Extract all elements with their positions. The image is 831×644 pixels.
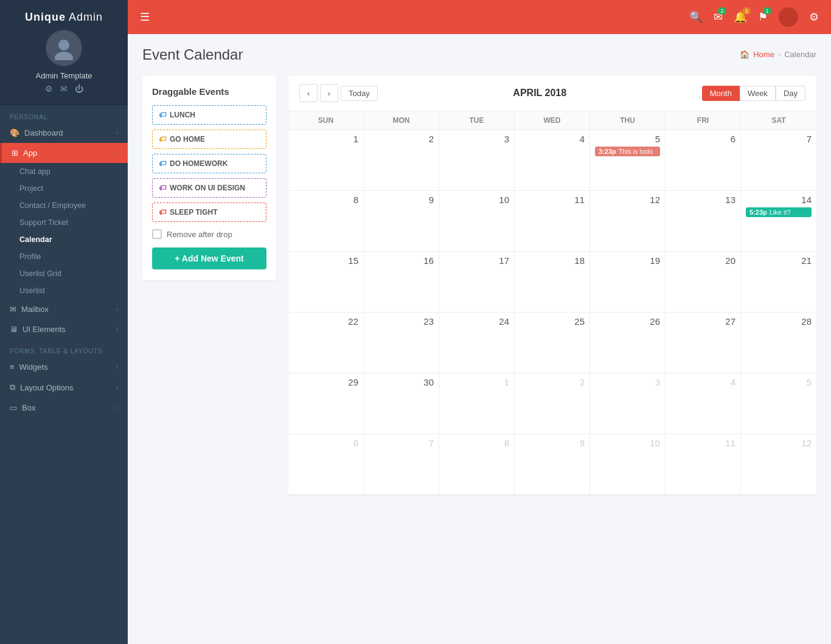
cal-cell[interactable]: 8 [288,191,364,252]
cal-cell[interactable]: 22 [288,313,364,373]
cal-cell[interactable]: 1 [288,130,364,191]
cal-cell[interactable]: 8 [439,434,515,495]
cal-cell[interactable]: 26 [590,313,666,373]
dashboard-icon: 🎨 [10,128,19,137]
cal-cell[interactable]: 20 [666,252,741,313]
cal-cell[interactable]: 6 [666,130,741,191]
draggable-panel: Draggable Events 🏷 LUNCH 🏷 GO HOME 🏷 DO … [142,75,276,280]
cal-month-title: APRIL 2018 [513,88,566,99]
cal-cell[interactable]: 27 [666,313,741,373]
remove-checkbox[interactable] [152,229,162,239]
cal-cell[interactable]: 13 [666,191,741,252]
gear-icon[interactable]: ⚙ [45,84,53,94]
cal-week-btn[interactable]: Week [740,86,776,101]
event-label: LUNCH [170,111,195,119]
topbar-left: ☰ [140,10,150,24]
col-header-sat: SAT [741,111,816,130]
cal-cell[interactable]: 2 [515,373,590,434]
cal-prev-btn[interactable]: ‹ [299,84,318,102]
cal-cell[interactable]: 7 [364,434,439,495]
drag-event-go-home[interactable]: 🏷 GO HOME [152,130,266,149]
sidebar-item-dashboard[interactable]: 🎨 Dashboard › [0,123,128,143]
cal-cell[interactable]: 15 [288,252,364,313]
cal-cell[interactable]: 11 [515,191,590,252]
email-icon[interactable]: ✉ [60,84,68,94]
settings-icon[interactable]: ⚙ [809,10,819,24]
cal-cell[interactable]: 21 [741,252,816,313]
cal-cell[interactable]: 6 [288,434,364,495]
cal-cell[interactable]: 1 [439,373,515,434]
calendar-main: ‹ › Today APRIL 2018 Month Week Day SUN … [288,75,816,495]
cal-cell[interactable]: 145:23p Like it? [741,191,816,252]
sidebar-item-app[interactable]: ⊞ App ⌄ [0,143,128,163]
cal-cell[interactable]: 23 [364,313,439,373]
cal-cell[interactable]: 19 [590,252,666,313]
sidebar-item-support[interactable]: Support Ticket [19,214,128,231]
cal-cell[interactable]: 18 [515,252,590,313]
drag-event-sleep[interactable]: 🏷 SLEEP TIGHT [152,203,266,222]
add-event-button[interactable]: + Add New Event [152,248,266,269]
hamburger-icon[interactable]: ☰ [140,10,150,24]
sidebar-item-ui-elements[interactable]: 🖥 UI Elements › [0,319,128,339]
cal-cell[interactable]: 11 [666,434,741,495]
cal-cell[interactable]: 16 [364,252,439,313]
email-topbar-icon[interactable]: ✉ 2 [714,10,723,24]
section-forms-label: FORMS, TABLE & LAYOUTS [0,339,128,357]
cal-cell[interactable]: 17 [439,252,515,313]
brand-name: Unique Admin [10,11,118,24]
search-icon[interactable]: 🔍 [689,10,703,24]
sidebar-item-label: Dashboard [24,128,63,137]
cal-cell[interactable]: 53:23p This is todo [590,130,666,191]
col-header-sun: SUN [288,111,364,130]
sidebar-item-label: Widgets [19,362,48,372]
sidebar-item-userlist[interactable]: Userlist [19,282,128,299]
cal-cell[interactable]: 3 [439,130,515,191]
cal-cell[interactable]: 9 [515,434,590,495]
sidebar-item-box[interactable]: ▭ Box › [0,398,128,418]
sidebar-item-userlist-grid[interactable]: Userlist Grid [19,265,128,282]
sidebar-item-chat[interactable]: Chat app [19,163,128,180]
drag-event-lunch[interactable]: 🏷 LUNCH [152,105,266,125]
draggable-title: Draggable Events [152,86,266,97]
sidebar-item-contact[interactable]: Contact / Employee [19,197,128,214]
cal-cell[interactable]: 5 [741,373,816,434]
cal-cell[interactable]: 12 [590,191,666,252]
cal-cell[interactable]: 4 [515,130,590,191]
cal-cell[interactable]: 3 [590,373,666,434]
mailbox-icon: ✉ [10,305,16,314]
cal-month-btn[interactable]: Month [702,86,740,101]
cal-cell[interactable]: 25 [515,313,590,373]
cal-cell[interactable]: 29 [288,373,364,434]
cal-event[interactable]: 5:23p Like it? [746,207,812,217]
cal-cell[interactable]: 24 [439,313,515,373]
cal-event[interactable]: 3:23p This is todo [595,147,660,156]
sidebar-user-icons: ⚙ ✉ ⏻ [10,84,118,94]
cal-cell[interactable]: 30 [364,373,439,434]
breadcrumb-home-link[interactable]: Home [753,50,774,59]
user-avatar[interactable] [779,7,798,27]
cal-cell[interactable]: 7 [741,130,816,191]
sidebar-item-profile[interactable]: Profile [19,248,128,265]
cal-day-btn[interactable]: Day [776,86,805,101]
sidebar-item-widgets[interactable]: ≡ Widgets › [0,357,128,377]
remove-label: Remove after drop [167,230,232,239]
drag-event-ui-design[interactable]: 🏷 WORK ON UI DESIGN [152,178,266,198]
sidebar-item-layout[interactable]: ⧉ Layout Options › [0,377,128,398]
cal-cell[interactable]: 9 [364,191,439,252]
sidebar: Unique Admin Admin Template ⚙ ✉ ⏻ PERSON… [0,0,128,644]
flag-icon[interactable]: ⚑ 1 [758,10,768,24]
cal-cell[interactable]: 12 [741,434,816,495]
sidebar-item-project[interactable]: Project [19,180,128,197]
cal-cell[interactable]: 10 [590,434,666,495]
cal-cell[interactable]: 4 [666,373,741,434]
cal-next-btn[interactable]: › [320,84,338,102]
cal-cell[interactable]: 28 [741,313,816,373]
sidebar-item-calendar[interactable]: Calendar [19,231,128,248]
bell-icon[interactable]: 🔔 3 [734,10,747,24]
cal-today-btn[interactable]: Today [341,86,378,101]
cal-cell[interactable]: 2 [364,130,439,191]
cal-cell[interactable]: 10 [439,191,515,252]
power-icon[interactable]: ⏻ [75,84,83,94]
sidebar-item-mailbox[interactable]: ✉ Mailbox › [0,299,128,319]
drag-event-homework[interactable]: 🏷 DO HOMEWORK [152,154,266,173]
